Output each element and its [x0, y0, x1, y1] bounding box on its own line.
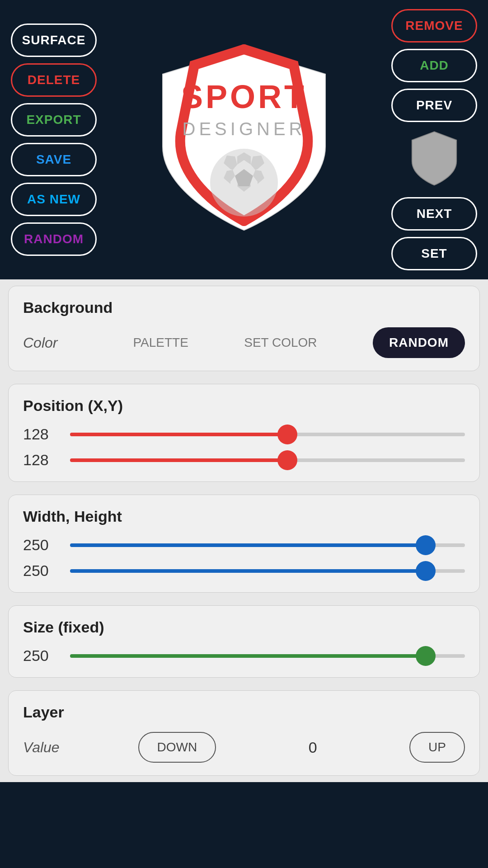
shield-preview: SPORT DESIGNER [97, 42, 391, 237]
height-value: 250 [23, 562, 59, 580]
fixed-size-slider-track[interactable] [70, 654, 465, 658]
position-panel: Position (X,Y) 128 128 [8, 384, 480, 482]
layer-down-button[interactable]: DOWN [138, 732, 216, 763]
small-shield-svg [405, 128, 464, 187]
main-shield: SPORT DESIGNER [149, 42, 339, 237]
x-slider-row: 128 [23, 425, 465, 443]
layer-controls-row: Value DOWN 0 UP [23, 732, 465, 763]
set-button[interactable]: SET [391, 237, 477, 270]
surface-button[interactable]: SURFACE [11, 24, 97, 57]
color-label: Color [23, 335, 77, 351]
delete-button[interactable]: DELETE [11, 63, 97, 97]
layer-panel-title: Layer [23, 703, 465, 721]
add-button[interactable]: ADD [391, 49, 477, 82]
y-slider-track[interactable] [70, 458, 465, 462]
size-panel: Width, Height 250 250 [8, 495, 480, 593]
layer-value-label: Value [23, 739, 60, 756]
y-slider-row: 128 [23, 451, 465, 469]
save-button[interactable]: SAVE [11, 143, 97, 176]
remove-button[interactable]: REMOVE [391, 9, 477, 42]
width-slider-row: 250 [23, 536, 465, 554]
shield-svg: SPORT DESIGNER [149, 42, 339, 237]
left-button-group: SURFACE DELETE EXPORT SAVE AS NEW RANDOM [11, 24, 97, 256]
small-shield-preview [405, 128, 464, 187]
background-panel-title: Background [23, 299, 465, 316]
layer-panel: Layer Value DOWN 0 UP [8, 690, 480, 776]
set-color-button[interactable]: SET COLOR [244, 335, 317, 350]
height-slider-row: 250 [23, 562, 465, 580]
layer-number: 0 [295, 739, 331, 756]
top-section: SURFACE DELETE EXPORT SAVE AS NEW RANDOM… [0, 0, 488, 279]
x-slider-track[interactable] [70, 433, 465, 436]
background-panel: Background Color PALETTE SET COLOR RANDO… [8, 286, 480, 371]
position-panel-title: Position (X,Y) [23, 397, 465, 415]
fixed-size-panel-title: Size (fixed) [23, 618, 465, 636]
background-controls-row: Color PALETTE SET COLOR RANDOM [23, 327, 465, 358]
layer-up-button[interactable]: UP [409, 732, 465, 763]
random-left-button[interactable]: RANDOM [11, 222, 97, 256]
export-button[interactable]: EXPORT [11, 103, 97, 137]
width-slider-track[interactable] [70, 543, 465, 547]
palette-button[interactable]: PALETTE [133, 335, 188, 350]
random-button[interactable]: RANDOM [373, 327, 465, 358]
svg-text:SPORT: SPORT [181, 79, 307, 115]
y-value: 128 [23, 451, 59, 469]
svg-text:DESIGNER: DESIGNER [183, 119, 306, 139]
fixed-size-value: 250 [23, 647, 59, 665]
size-panel-title: Width, Height [23, 508, 465, 525]
height-slider-track[interactable] [70, 569, 465, 573]
prev-button[interactable]: PREV [391, 89, 477, 122]
width-value: 250 [23, 536, 59, 554]
x-value: 128 [23, 425, 59, 443]
asnew-button[interactable]: AS NEW [11, 183, 97, 216]
fixed-size-panel: Size (fixed) 250 [8, 605, 480, 678]
next-button[interactable]: NEXT [391, 197, 477, 231]
fixed-size-slider-row: 250 [23, 647, 465, 665]
right-button-group: REMOVE ADD PREV NEXT SET [391, 9, 477, 270]
panels-section: Background Color PALETTE SET COLOR RANDO… [0, 279, 488, 782]
